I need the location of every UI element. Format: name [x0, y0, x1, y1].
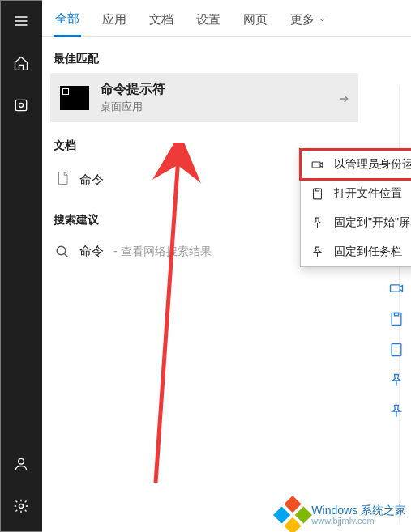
ctx-pin-to-taskbar[interactable]: 固定到任务栏	[301, 237, 411, 266]
watermark-text: Windows 系统之家 www.bjjmlv.com	[311, 504, 406, 526]
svg-rect-7	[315, 189, 319, 191]
pin-taskbar-icon	[310, 245, 324, 259]
svg-point-3	[19, 504, 24, 509]
best-match-item[interactable]: 命令提示符 桌面应用	[50, 73, 358, 122]
ctx-label: 固定到任务栏	[334, 245, 402, 259]
collections-button[interactable]	[0, 84, 42, 126]
ctx-open-file-location[interactable]: 打开文件位置	[301, 179, 411, 208]
suggestion-hint: - 查看网络搜索结果	[113, 245, 212, 259]
cmd-icon	[60, 86, 89, 110]
ctx-pin-to-start[interactable]: 固定到"开始"屏幕	[301, 208, 411, 237]
collections-icon	[13, 97, 29, 113]
svg-rect-9	[392, 313, 401, 326]
tab-settings[interactable]: 设置	[195, 4, 222, 36]
open-location-icon	[310, 187, 324, 201]
svg-rect-10	[395, 313, 399, 316]
svg-rect-0	[15, 100, 26, 110]
section-best-match: 最佳匹配	[50, 47, 358, 73]
pin-start-icon	[310, 216, 324, 230]
svg-rect-8	[391, 285, 400, 292]
tab-web[interactable]: 网页	[242, 4, 269, 36]
preview-action-strip	[388, 280, 405, 419]
run-admin-icon	[310, 158, 324, 172]
run-admin-icon[interactable]	[388, 280, 405, 296]
tab-all[interactable]: 全部	[54, 3, 81, 37]
start-sidebar	[0, 0, 42, 532]
watermark-line1: Windows 系统之家	[311, 504, 406, 517]
best-match-texts: 命令提示符 桌面应用	[101, 81, 165, 114]
svg-point-4	[57, 246, 66, 255]
search-icon	[55, 245, 70, 259]
document-icon	[55, 169, 70, 190]
home-button[interactable]	[0, 42, 42, 84]
svg-point-1	[19, 104, 24, 108]
tab-apps[interactable]: 应用	[101, 4, 128, 36]
settings-icon	[13, 498, 29, 514]
sidebar-top	[0, 0, 42, 126]
sidebar-bottom	[0, 443, 42, 532]
suggestion-query: 命令	[79, 244, 104, 259]
document-label: 命令	[79, 172, 104, 188]
tab-documents[interactable]: 文档	[148, 4, 175, 36]
chevron-down-icon	[318, 15, 327, 24]
watermark: Windows 系统之家 www.bjjmlv.com	[279, 501, 406, 529]
arrow-right-icon	[337, 92, 350, 105]
pin-taskbar-icon[interactable]	[388, 403, 405, 419]
tab-more[interactable]: 更多	[289, 4, 328, 36]
expand-arrow[interactable]	[337, 92, 350, 109]
account-icon	[13, 456, 29, 472]
best-match-subtitle: 桌面应用	[101, 100, 165, 114]
context-menu: 以管理员身份运行 打开文件位置 固定到"开始"屏幕 固定到任务栏	[300, 149, 411, 267]
account-button[interactable]	[0, 443, 42, 485]
open-location-icon[interactable]	[388, 311, 405, 327]
svg-rect-5	[312, 161, 320, 167]
best-match-title: 命令提示符	[101, 81, 165, 98]
settings-button[interactable]	[0, 485, 42, 527]
menu-icon	[13, 13, 29, 29]
ctx-label: 固定到"开始"屏幕	[334, 215, 411, 230]
svg-rect-11	[392, 344, 401, 356]
watermark-line2: www.bjjmlv.com	[311, 517, 406, 526]
ctx-run-as-admin[interactable]: 以管理员身份运行	[301, 150, 411, 179]
svg-point-2	[19, 458, 24, 464]
pin-start-icon[interactable]	[388, 342, 405, 358]
svg-rect-6	[314, 189, 322, 199]
search-panel: 全部 应用 文档 设置 网页 更多 最佳匹配 命令提示符 桌面应用	[42, 0, 411, 532]
results-body: 最佳匹配 命令提示符 桌面应用 文档 命令	[42, 37, 411, 532]
menu-button[interactable]	[0, 0, 42, 42]
ctx-label: 打开文件位置	[334, 186, 402, 201]
filter-tabs: 全部 应用 文档 设置 网页 更多	[42, 0, 411, 37]
windows-logo-icon	[273, 496, 312, 532]
ctx-label: 以管理员身份运行	[334, 157, 411, 172]
pin-start-icon[interactable]	[388, 372, 405, 389]
home-icon	[13, 55, 29, 71]
window-root: 全部 应用 文档 设置 网页 更多 最佳匹配 命令提示符 桌面应用	[0, 0, 411, 532]
tab-more-label: 更多	[290, 12, 315, 28]
